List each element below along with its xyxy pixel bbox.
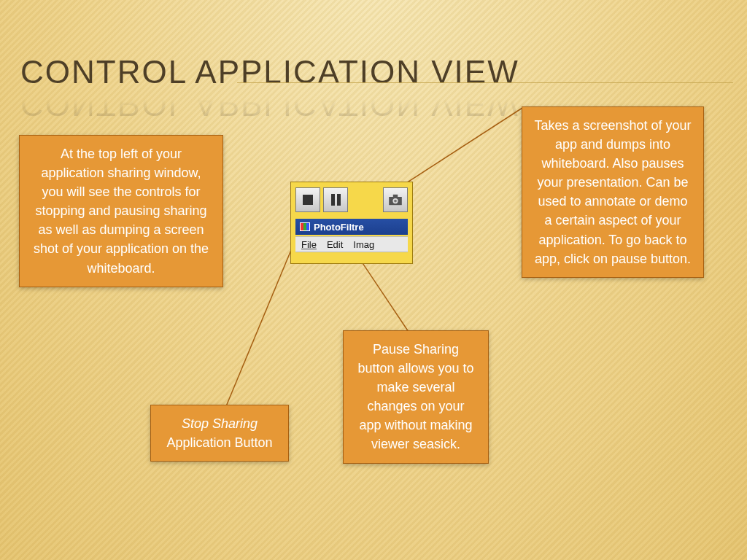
title-rule xyxy=(237,82,733,83)
menu-edit: Edit xyxy=(327,239,343,250)
app-menu-bar: File Edit Imag xyxy=(295,236,408,252)
menu-file: File xyxy=(301,239,317,250)
callout-screenshot: Takes a screenshot of your app and dumps… xyxy=(522,106,704,278)
svg-point-6 xyxy=(394,200,397,203)
svg-rect-4 xyxy=(393,195,398,198)
slide-title-reflection: CONTROL APPLICATION VIEW xyxy=(20,86,519,122)
menu-image: Imag xyxy=(353,239,374,250)
stop-icon xyxy=(295,187,320,212)
app-toolbar xyxy=(295,187,408,213)
app-logo-icon xyxy=(300,222,310,231)
callout-intro: At the top left of your application shar… xyxy=(19,135,223,287)
pause-icon xyxy=(323,187,348,212)
callout-stop-rest: Application Button xyxy=(166,435,272,450)
slide-title: CONTROL APPLICATION VIEW xyxy=(20,54,519,90)
callout-stop-em: Stop Sharing xyxy=(182,416,258,431)
app-name: PhotoFiltre xyxy=(314,222,364,233)
callout-stop: Stop Sharing Application Button xyxy=(150,405,289,462)
camera-icon xyxy=(383,187,408,212)
app-screenshot: PhotoFiltre File Edit Imag xyxy=(290,182,413,264)
callout-pause: Pause Sharing button allows you to make … xyxy=(343,330,489,464)
app-titlebar: PhotoFiltre xyxy=(295,219,408,235)
